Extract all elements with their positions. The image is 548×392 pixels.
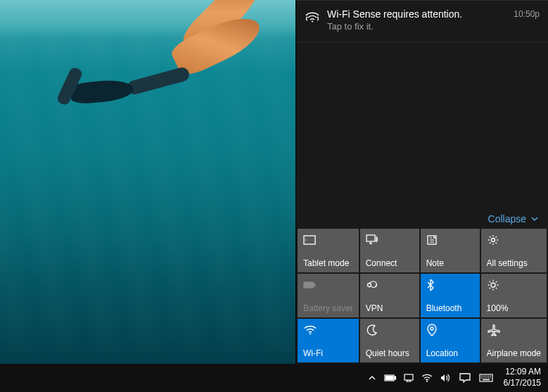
location-icon: [426, 323, 474, 337]
svg-rect-13: [394, 377, 395, 379]
wifi-icon[interactable]: [418, 364, 436, 392]
notification-time: 10:50p: [514, 8, 540, 32]
settings-icon: [487, 233, 541, 247]
note-icon: [426, 233, 474, 247]
quick-action-brightness[interactable]: 100%: [481, 274, 547, 317]
quick-action-label: Airplane mode: [487, 348, 541, 358]
quick-action-connect[interactable]: Connect: [360, 229, 419, 272]
svg-point-10: [310, 333, 311, 334]
desktop-wallpaper[interactable]: [0, 0, 295, 364]
quick-action-vpn[interactable]: VPN: [360, 274, 419, 317]
svg-point-2: [305, 239, 306, 240]
quick-action-quiet[interactable]: Quiet hours: [360, 319, 419, 362]
tray-overflow-chevron[interactable]: [363, 364, 381, 392]
clock-time: 12:09 AM: [504, 367, 541, 378]
quick-action-battery[interactable]: Battery saver: [298, 274, 359, 317]
chevron-down-icon: [530, 214, 540, 224]
svg-rect-15: [404, 374, 413, 380]
quiet-icon: [366, 323, 414, 337]
quick-action-label: All settings: [487, 258, 541, 268]
network-icon[interactable]: [400, 364, 418, 392]
quick-action-wifi[interactable]: Wi-Fi: [298, 319, 359, 362]
wifi-icon: [303, 323, 353, 337]
quick-action-label: 100%: [487, 303, 541, 313]
quick-action-settings[interactable]: All settings: [481, 229, 547, 272]
battery-icon[interactable]: [381, 364, 400, 392]
quick-action-note[interactable]: Note: [421, 229, 480, 272]
svg-point-0: [312, 20, 313, 22]
action-center-panel: Wi-Fi Sense requires attention. Tap to f…: [295, 0, 548, 364]
svg-point-5: [491, 239, 495, 242]
svg-rect-6: [304, 282, 313, 288]
svg-point-16: [426, 381, 428, 382]
quick-actions-grid: Tablet modeConnectNoteAll settingsBatter…: [296, 227, 548, 364]
quick-action-airplane[interactable]: Airplane mode: [481, 319, 547, 362]
action-center-icon[interactable]: [454, 364, 476, 392]
quick-action-label: Bluetooth: [426, 303, 474, 313]
brightness-icon: [487, 278, 541, 292]
notification-subtitle: Tap to fix it.: [327, 21, 514, 32]
quick-action-label: Battery saver: [303, 303, 353, 313]
svg-point-9: [491, 283, 495, 287]
system-tray: [363, 364, 497, 392]
quick-action-label: Location: [426, 348, 474, 358]
wifi-sense-icon: [305, 8, 324, 32]
collapse-label: Collapse: [488, 213, 526, 225]
quick-action-label: Wi-Fi: [303, 348, 353, 358]
quick-action-label: VPN: [366, 303, 414, 313]
quick-action-label: Connect: [366, 258, 414, 268]
svg-rect-3: [367, 235, 375, 241]
svg-rect-7: [314, 284, 315, 286]
airplane-icon: [487, 323, 541, 337]
connect-icon: [366, 233, 414, 247]
volume-icon[interactable]: [436, 364, 454, 392]
quick-action-location[interactable]: Location: [421, 319, 480, 362]
bluetooth-icon: [426, 278, 474, 292]
vpn-icon: [366, 278, 414, 292]
taskbar-clock[interactable]: 12:09 AM 6/17/2015: [497, 367, 548, 388]
svg-rect-14: [385, 377, 393, 380]
collapse-button[interactable]: Collapse: [488, 213, 540, 225]
keyboard-icon[interactable]: [476, 364, 497, 392]
clock-date: 6/17/2015: [504, 378, 541, 389]
quick-action-label: Note: [426, 258, 474, 268]
quick-action-label: Tablet mode: [303, 258, 353, 268]
taskbar: 12:09 AM 6/17/2015: [0, 364, 548, 392]
notification-title: Wi-Fi Sense requires attention.: [327, 8, 514, 20]
quick-action-label: Quiet hours: [366, 348, 414, 358]
quick-action-bluetooth[interactable]: Bluetooth: [421, 274, 480, 317]
tablet-icon: [303, 233, 353, 247]
notification-item[interactable]: Wi-Fi Sense requires attention. Tap to f…: [296, 0, 548, 42]
quick-action-tablet[interactable]: Tablet mode: [298, 229, 359, 272]
svg-point-11: [431, 327, 433, 330]
battery-icon: [303, 278, 353, 292]
